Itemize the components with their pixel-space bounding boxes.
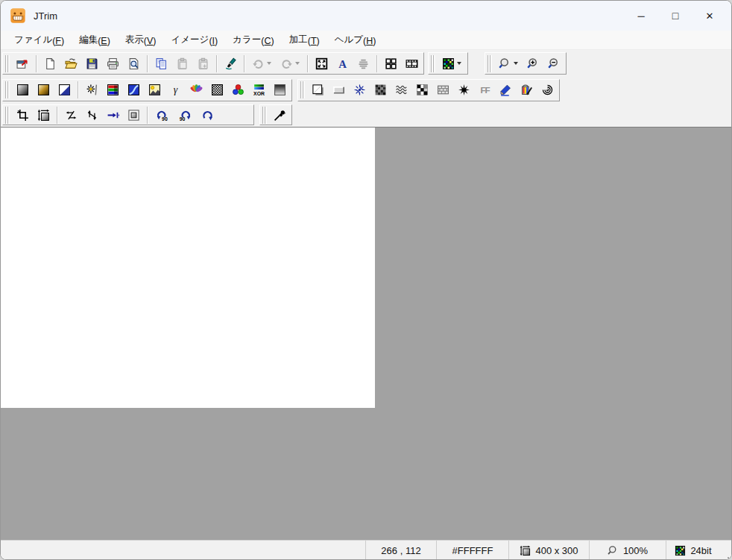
preview-button[interactable] <box>123 54 144 73</box>
open-button[interactable] <box>60 54 81 73</box>
menu-view[interactable]: 表示(V) <box>118 31 164 48</box>
rotate-right-90-button[interactable]: 90 <box>174 105 197 125</box>
swirl-button[interactable] <box>537 81 558 100</box>
xor-button[interactable]: XOR <box>248 81 269 100</box>
flip-horizontal-button[interactable] <box>60 105 81 125</box>
menu-image[interactable]: イメージ(I) <box>164 31 226 48</box>
button-emboss-button[interactable] <box>328 81 349 100</box>
resize-grip[interactable] <box>720 541 731 560</box>
radial-blur-button[interactable] <box>349 81 370 100</box>
separator <box>307 55 308 72</box>
grayscale-icon <box>16 84 29 96</box>
image-adjust-button[interactable] <box>144 81 165 100</box>
toolbar-grip[interactable] <box>5 107 10 124</box>
coordinates-value: 266 , 112 <box>381 545 420 556</box>
menu-file-label: ファイル <box>14 34 52 46</box>
ff-frame-button[interactable]: FF <box>474 81 495 100</box>
paste-new-button[interactable] <box>192 54 213 73</box>
xor-icon: XOR <box>253 84 265 96</box>
toolbar-grip[interactable] <box>5 81 10 98</box>
brick-button[interactable] <box>432 81 453 100</box>
close-button[interactable]: ✕ <box>692 4 727 28</box>
image-canvas[interactable] <box>1 128 375 408</box>
toolbar-band-transform: 90 90 <box>2 104 254 125</box>
gamma-button[interactable]: γ <box>165 81 186 100</box>
save-button[interactable] <box>81 54 102 73</box>
svg-text:XOR: XOR <box>253 91 265 96</box>
zoom-in-icon <box>527 57 540 70</box>
toolbar-grip[interactable] <box>300 81 305 98</box>
rotate-free-button[interactable] <box>197 105 218 125</box>
image-size-value: 400 x 300 <box>535 545 578 556</box>
toolbar-band-standard: A <box>2 52 424 75</box>
eyedropper-button[interactable] <box>269 105 290 125</box>
negative-button[interactable] <box>54 81 75 100</box>
shift-button[interactable] <box>102 105 123 125</box>
jtrim-app-icon <box>10 7 26 24</box>
new-window-button[interactable] <box>12 54 33 73</box>
mosaic-icon <box>374 84 387 96</box>
toolbar-band-zoom <box>485 52 567 75</box>
menu-color[interactable]: カラー(C) <box>225 31 281 48</box>
zoom-out-button[interactable] <box>543 54 564 73</box>
drop-shadow-icon <box>312 84 324 96</box>
rotate-left-90-button[interactable]: 90 <box>151 105 174 125</box>
pencil-edge-button[interactable] <box>495 81 516 100</box>
resize-icon <box>37 109 50 122</box>
border-frame-button[interactable] <box>123 105 144 125</box>
brick-icon <box>437 84 449 96</box>
mosaic-button[interactable] <box>370 81 391 100</box>
print-button[interactable] <box>102 54 123 73</box>
paste-button[interactable] <box>171 54 192 73</box>
dither-button[interactable] <box>206 81 227 100</box>
noise-spike-button[interactable] <box>453 81 474 100</box>
undo-button[interactable] <box>247 54 276 73</box>
redo-button[interactable] <box>276 54 304 73</box>
paint-pen-button[interactable] <box>516 81 537 100</box>
rgb-adjust-button[interactable] <box>102 81 123 100</box>
sepia-button[interactable] <box>33 81 54 100</box>
hue-button[interactable] <box>186 81 206 100</box>
svg-text:FF: FF <box>480 85 490 95</box>
color-depth-icon <box>675 545 686 556</box>
toolbar-grip[interactable] <box>488 55 492 72</box>
brightness-contrast-button[interactable] <box>81 81 102 100</box>
tone-curve-button[interactable] <box>123 81 144 100</box>
menu-view-label: 表示 <box>125 34 144 46</box>
resize-button[interactable] <box>33 105 54 125</box>
maximize-button[interactable]: □ <box>658 4 692 28</box>
toolbar-grip[interactable] <box>431 55 435 72</box>
toolbar-grip[interactable] <box>262 107 267 124</box>
copy-button[interactable] <box>151 54 171 73</box>
ff-frame-icon: FF <box>479 84 491 96</box>
fit-to-window-icon <box>315 57 328 70</box>
wave-button[interactable] <box>391 81 411 100</box>
menu-edit[interactable]: 編集(E) <box>72 31 118 48</box>
separator <box>147 107 148 124</box>
crop-button[interactable] <box>12 105 33 125</box>
text-button[interactable]: A <box>332 54 353 73</box>
menu-process[interactable]: 加工(T) <box>282 31 327 48</box>
menu-file[interactable]: ファイル(F) <box>7 31 72 48</box>
svg-text:γ: γ <box>173 84 177 95</box>
menu-help[interactable]: ヘルプ(H) <box>327 31 384 48</box>
filmstrip-button[interactable] <box>401 54 422 73</box>
block-mosaic-button[interactable] <box>411 81 432 100</box>
new-document-button[interactable] <box>40 54 60 73</box>
grayscale-button[interactable] <box>12 81 33 100</box>
fit-to-window-button[interactable] <box>311 54 332 73</box>
toolbar-grip[interactable] <box>5 55 10 72</box>
image-size-icon <box>520 545 531 556</box>
minimize-button[interactable]: ─ <box>624 4 658 28</box>
color-palette-icon <box>442 57 455 70</box>
paint-brush-button[interactable] <box>220 54 241 73</box>
zoom-menu-button[interactable] <box>494 54 523 73</box>
color-palette-button[interactable] <box>438 54 466 73</box>
soften-button[interactable] <box>353 54 373 73</box>
tile-view-button[interactable] <box>380 54 401 73</box>
flip-vertical-button[interactable] <box>81 105 102 125</box>
drop-shadow-button[interactable] <box>307 81 328 100</box>
zoom-in-button[interactable] <box>523 54 543 73</box>
gradation-button[interactable] <box>269 81 290 100</box>
rgb-balance-button[interactable] <box>227 81 248 100</box>
